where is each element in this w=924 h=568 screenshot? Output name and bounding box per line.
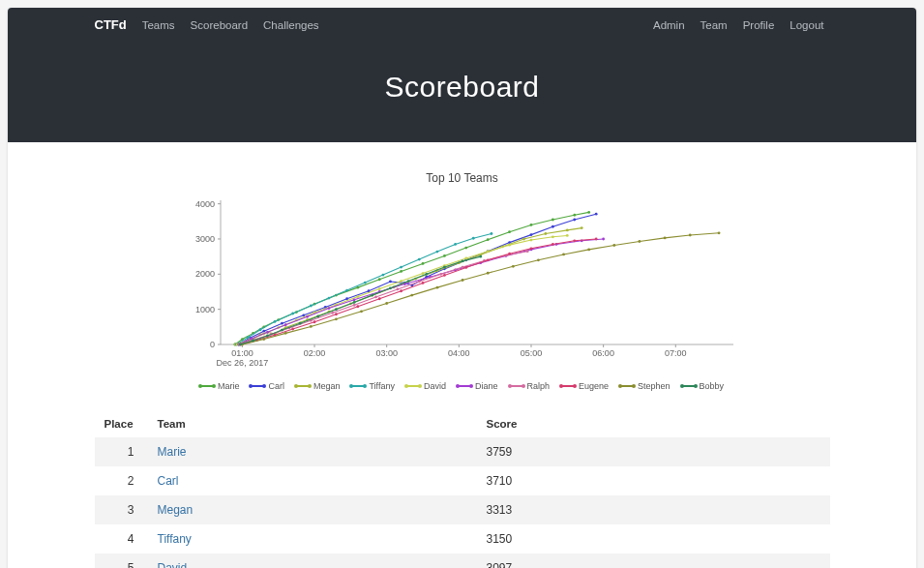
legend-label: Bobby [700, 381, 725, 391]
team-link[interactable]: Megan [158, 503, 194, 517]
series-point [258, 328, 261, 331]
nav-link-profile[interactable]: Profile [737, 15, 781, 35]
series-point [573, 214, 576, 217]
legend-item[interactable]: Megan [296, 381, 341, 391]
series-point [335, 308, 338, 311]
legend-swatch-icon [296, 385, 310, 387]
series-point [356, 305, 359, 308]
cell-score: 3759 [477, 437, 830, 466]
series-point [461, 279, 463, 282]
scoreboard-table: Place Team Score 1Marie37592Carl37103Meg… [95, 410, 830, 568]
series-point [663, 236, 666, 239]
score-chart[interactable]: 0100020003000400001:0002:0003:0004:0005:… [172, 194, 753, 374]
series-point [529, 224, 532, 226]
series-point [551, 219, 553, 222]
series-point [573, 219, 576, 222]
content: Top 10 Teams 0100020003000400001:0002:00… [95, 142, 830, 568]
series-point [389, 281, 392, 284]
table-row: 1Marie3759 [95, 437, 830, 466]
series-point [266, 331, 269, 334]
series-point [363, 282, 366, 284]
series-point [266, 335, 269, 338]
cell-team: David [148, 553, 477, 568]
nav-link-admin[interactable]: Admin [647, 15, 691, 35]
nav-link-teams[interactable]: Teams [136, 15, 181, 35]
cell-place: 2 [95, 466, 148, 495]
cell-place: 3 [95, 495, 148, 524]
nav-link-logout[interactable]: Logout [784, 15, 829, 35]
legend-swatch-icon [351, 385, 365, 387]
cell-score: 3150 [477, 524, 830, 553]
series-point [551, 235, 553, 238]
series-point [360, 310, 363, 313]
series-point [281, 329, 283, 332]
legend-item[interactable]: Stephen [620, 381, 671, 391]
team-link[interactable]: David [158, 561, 188, 568]
team-link[interactable]: Tiffany [158, 532, 192, 546]
brand-logo[interactable]: CTFd [95, 14, 136, 36]
team-link[interactable]: Marie [158, 445, 187, 459]
cell-place: 4 [95, 524, 148, 553]
legend-item[interactable]: Tiffany [351, 381, 395, 391]
legend-label: Marie [218, 381, 240, 391]
svg-text:1000: 1000 [194, 305, 214, 314]
legend-swatch-icon [251, 385, 264, 387]
series-point [381, 274, 384, 277]
svg-text:0: 0 [209, 340, 214, 349]
series-point [374, 296, 377, 299]
legend-item[interactable]: Ralph [510, 381, 551, 391]
chart-wrap: 0100020003000400001:0002:0003:0004:0005:… [95, 194, 830, 374]
header-dark: CTFd TeamsScoreboardChallenges AdminTeam… [8, 8, 916, 142]
legend-item[interactable]: Carl [251, 381, 284, 391]
series-point [421, 272, 424, 275]
series-point [371, 294, 373, 297]
legend-item[interactable]: Marie [200, 381, 240, 391]
legend-item[interactable]: Bobby [682, 381, 725, 391]
series-line [242, 233, 719, 344]
legend-swatch-icon [561, 385, 575, 387]
series-point [594, 238, 597, 241]
series-point [565, 234, 568, 237]
series-point [435, 286, 438, 289]
nav-link-challenges[interactable]: Challenges [257, 15, 325, 35]
legend-label: Ralph [527, 381, 551, 391]
series-point [688, 234, 691, 237]
nav-link-team[interactable]: Team [695, 15, 733, 35]
series-point [425, 273, 428, 276]
legend-item[interactable]: David [406, 381, 446, 391]
series-point [356, 295, 359, 298]
series-point [525, 250, 528, 253]
col-header-place: Place [95, 410, 148, 437]
series-point [377, 287, 380, 290]
series-point [283, 332, 286, 335]
series-point [421, 262, 424, 265]
legend-item[interactable]: Eugene [561, 381, 609, 391]
page-title: Scoreboard [8, 71, 916, 104]
svg-text:3000: 3000 [194, 234, 214, 244]
legend-item[interactable]: Diane [458, 381, 498, 391]
series-point [335, 313, 338, 315]
series-point [573, 239, 576, 242]
series-point [291, 313, 294, 315]
series-point [352, 298, 355, 301]
series-point [461, 259, 463, 262]
series-point [529, 233, 532, 236]
series-point [479, 255, 482, 258]
series-point [281, 322, 283, 325]
legend-label: Eugene [579, 381, 609, 391]
legend-swatch-icon [458, 385, 471, 387]
series-line [234, 212, 588, 344]
series-point [377, 278, 380, 281]
series-point [464, 257, 467, 260]
cell-team: Tiffany [148, 524, 477, 553]
team-link[interactable]: Carl [158, 474, 179, 488]
series-line [236, 234, 492, 344]
legend-label: Tiffany [369, 381, 395, 391]
series-point [417, 281, 420, 284]
series-point [638, 240, 641, 243]
nav-left: TeamsScoreboardChallenges [136, 15, 325, 35]
series-point [439, 273, 442, 276]
cell-score: 3313 [477, 495, 830, 524]
nav-link-scoreboard[interactable]: Scoreboard [185, 15, 253, 35]
table-row: 2Carl3710 [95, 466, 830, 495]
